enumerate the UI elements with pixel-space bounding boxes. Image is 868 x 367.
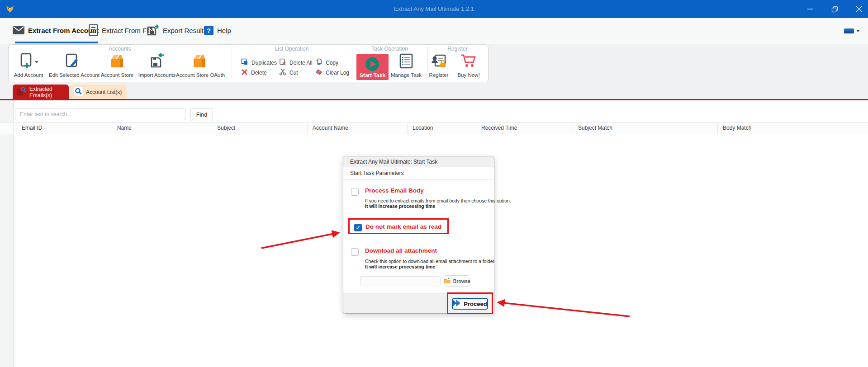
- ribbon-item-label: Start Task: [356, 72, 389, 79]
- option-label[interactable]: Download all attachment: [365, 247, 437, 254]
- import-icon: [149, 53, 165, 71]
- column-header-received-time[interactable]: Received Time: [481, 125, 517, 131]
- ribbon-item-label: Import Accounts: [133, 72, 180, 78]
- ribbon-delete[interactable]: Delete: [241, 69, 267, 76]
- group-caption-task-operation: Task Operation: [352, 46, 427, 52]
- option-label[interactable]: Process Email Body: [365, 187, 424, 194]
- save-export-icon: [147, 24, 159, 37]
- dialog-section-header: Start Task Parameters: [343, 167, 494, 179]
- ribbon-delete-all[interactable]: Delete All: [279, 59, 313, 66]
- tab-label: Extracted Emails(s): [29, 86, 69, 99]
- browse-label: Browse: [453, 278, 470, 284]
- group-caption-accounts: Accounts: [8, 46, 232, 52]
- menu-export-result[interactable]: Export Result: [147, 18, 204, 43]
- tab-extracted-emails[interactable]: Extracted Emails(s): [13, 85, 69, 99]
- browse-button[interactable]: Browse: [445, 275, 470, 287]
- ribbon-copy[interactable]: Copy: [315, 59, 338, 66]
- duplicates-icon: [241, 58, 248, 67]
- window-title: Extract Any Mail Ultimate 1.2.1: [0, 0, 868, 18]
- column-header-email-id[interactable]: Email ID: [22, 125, 42, 131]
- register-license-icon: [431, 53, 446, 71]
- option-description: If you need to extract emails from email…: [365, 198, 511, 203]
- ribbon-import-accounts[interactable]: Import Accounts: [133, 52, 180, 78]
- column-separator: [407, 122, 408, 134]
- scissors-icon: [279, 68, 286, 77]
- menu-extract-from-account[interactable]: Extract From Account: [13, 18, 99, 43]
- restore-button[interactable]: [824, 0, 845, 18]
- chevron-down-icon[interactable]: [856, 30, 860, 32]
- column-header-account-name[interactable]: Account Name: [313, 125, 348, 131]
- ribbon-add-account[interactable]: Add Account: [5, 52, 52, 78]
- envelope-icon: [13, 26, 24, 36]
- close-button[interactable]: [849, 0, 868, 18]
- title-bar: Extract Any Mail Ultimate 1.2.1: [0, 0, 868, 18]
- theme-color-swatch[interactable]: [844, 28, 854, 33]
- minimize-button[interactable]: [800, 0, 821, 18]
- ribbon-buy-now[interactable]: Buy Now!: [447, 52, 490, 78]
- copy-icon: [315, 58, 323, 67]
- delete-x-icon: [241, 69, 248, 77]
- start-task-dialog: Extract Any Mail Ultimate: Start Task St…: [343, 156, 494, 314]
- menu-item-label: Extract From File: [102, 27, 153, 34]
- ribbon-account-store-oauth[interactable]: Account Store OAuth: [176, 52, 223, 78]
- menu-item-label: Export Result: [163, 27, 204, 34]
- column-header-subject[interactable]: Subject: [217, 125, 235, 131]
- folder-icon: [444, 278, 451, 285]
- highlight-box-proceed: [447, 292, 493, 314]
- process-email-body-checkbox[interactable]: [351, 188, 359, 196]
- search-input[interactable]: [15, 108, 185, 120]
- menu-extract-from-file[interactable]: Extract From File: [89, 18, 153, 43]
- column-header-name[interactable]: Name: [117, 125, 132, 131]
- delete-all-icon: [279, 58, 286, 67]
- tab-label: Account List(s): [86, 89, 122, 95]
- arrow-to-checkbox: [261, 233, 338, 248]
- ribbon-item-label: Add Account: [5, 72, 52, 78]
- ribbon-start-task[interactable]: Start Task: [356, 54, 389, 80]
- ribbon-item-label: Copy: [326, 60, 338, 66]
- edit-account-icon: [65, 53, 80, 71]
- menu-item-label: Extract From Account: [28, 27, 99, 34]
- column-separator: [717, 122, 718, 134]
- column-header-body-match[interactable]: Body Match: [723, 125, 751, 131]
- tab-account-list[interactable]: Account List(s): [70, 85, 127, 99]
- column-header-subject-match[interactable]: Subject Match: [578, 125, 612, 131]
- add-account-icon: [19, 53, 33, 71]
- shopping-cart-icon: [460, 53, 477, 71]
- highlight-box-do-not-mark: [348, 218, 449, 234]
- column-header-location[interactable]: Location: [413, 125, 433, 131]
- active-menu-underline: [15, 42, 98, 43]
- ribbon-item-label: Edit Selected Account: [49, 72, 96, 78]
- tab-strip: [0, 82, 868, 99]
- dialog-title: Extract Any Mail Ultimate: Start Task: [343, 156, 494, 167]
- package-box-icon: [109, 53, 125, 71]
- ribbon-cut[interactable]: Cut: [279, 69, 298, 76]
- arrow-to-proceed: [498, 302, 630, 316]
- column-separator: [476, 122, 476, 134]
- option-description: Check this option to download all email …: [365, 259, 495, 264]
- ribbon-clear-log[interactable]: Clear Log: [315, 69, 349, 76]
- eraser-icon: [315, 68, 323, 77]
- file-lines-icon: [89, 24, 98, 38]
- ribbon-item-label: Duplicates: [251, 60, 277, 66]
- menu-help[interactable]: ? Help: [204, 18, 231, 43]
- column-separator: [13, 122, 14, 134]
- play-circle-icon: [365, 56, 380, 72]
- help-icon: ?: [204, 26, 213, 35]
- group-caption-list-operation: List Operation: [232, 46, 352, 52]
- download-attachment-checkbox[interactable]: [351, 248, 359, 256]
- ribbon-item-label: Buy Now!: [447, 72, 490, 78]
- column-separator: [307, 122, 308, 134]
- column-separator: [212, 122, 212, 134]
- option-description-bold: It will increase processing time: [365, 264, 435, 269]
- ribbon-edit-selected-account[interactable]: Edit Selected Account: [49, 52, 96, 78]
- grid-search-icon: [17, 87, 26, 98]
- find-button[interactable]: Find: [190, 108, 213, 121]
- ribbon-item-label: Delete: [251, 70, 267, 76]
- menu-item-label: Help: [217, 27, 231, 34]
- task-list-icon: [399, 53, 413, 71]
- ribbon-duplicates[interactable]: Duplicates: [241, 59, 277, 66]
- group-separator: [352, 47, 352, 80]
- package-box-icon: [191, 53, 208, 71]
- attachment-folder-input[interactable]: [360, 276, 441, 286]
- column-separator: [112, 122, 112, 134]
